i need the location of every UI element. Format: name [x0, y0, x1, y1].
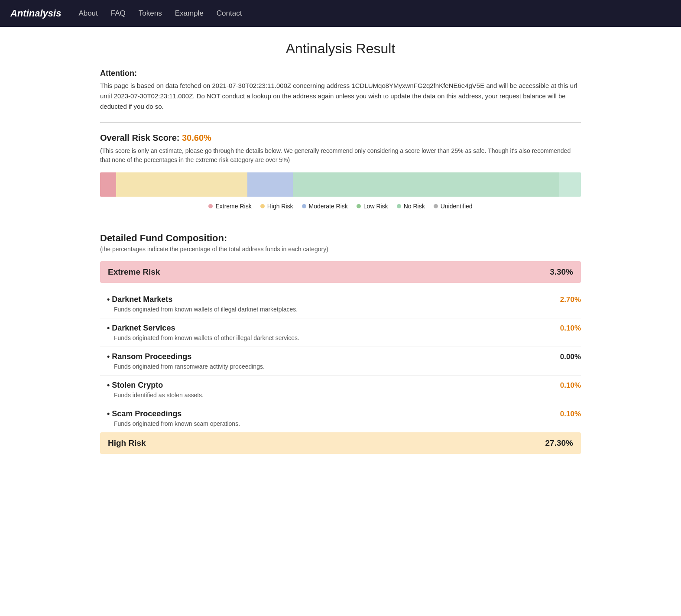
- risk-score-value: 30.60%: [182, 133, 211, 143]
- nav-links: About FAQ Tokens Example Contact: [78, 9, 242, 18]
- legend-item-low-risk: Low Risk: [357, 203, 388, 210]
- category-header-extreme-risk: Extreme Risk3.30%: [100, 261, 581, 283]
- sub-item-desc: Funds identified as stolen assets.: [114, 392, 581, 399]
- risk-bar: [100, 172, 581, 197]
- sub-item-pct: 0.00%: [560, 353, 581, 361]
- categories-container: Extreme Risk3.30% Darknet Markets 2.70% …: [100, 261, 581, 454]
- legend-item-no-risk: No Risk: [397, 203, 425, 210]
- legend-label: No Risk: [404, 203, 425, 210]
- category-header-high-risk: High Risk27.30%: [100, 432, 581, 454]
- legend-item-unidentified: Unidentified: [434, 203, 473, 210]
- bar-segment-no-risk: [293, 172, 559, 197]
- sub-item-name: Stolen Crypto: [107, 381, 163, 390]
- legend-item-high-risk: High Risk: [260, 203, 293, 210]
- bar-segment-moderate-risk: [247, 172, 293, 197]
- legend-label: Low Risk: [363, 203, 388, 210]
- sub-item-scam-proceedings: Scam Proceedings 0.10% Funds originated …: [100, 404, 581, 432]
- sub-item-header: Darknet Services 0.10%: [107, 324, 581, 333]
- detailed-subtitle: (the percentages indicate the percentage…: [100, 246, 581, 253]
- sub-item-pct: 2.70%: [560, 295, 581, 304]
- legend-label: Unidentified: [441, 203, 473, 210]
- attention-label: Attention:: [100, 69, 581, 78]
- legend-item-moderate-risk: Moderate Risk: [302, 203, 348, 210]
- sub-item-desc: Funds originated from known wallets of i…: [114, 306, 581, 313]
- category-name: High Risk: [108, 438, 146, 448]
- nav-faq[interactable]: FAQ: [111, 9, 126, 17]
- category-name: Extreme Risk: [108, 267, 160, 277]
- bar-segment-unidentified: [559, 172, 581, 197]
- sub-item-pct: 0.10%: [560, 324, 581, 333]
- site-logo[interactable]: Antinalysis: [10, 8, 61, 19]
- sub-item-name: Scam Proceedings: [107, 409, 182, 418]
- risk-note: (This score is only an estimate, please …: [100, 146, 581, 165]
- sub-item-name: Darknet Markets: [107, 295, 172, 304]
- sub-item-pct: 0.10%: [560, 381, 581, 390]
- navbar: Antinalysis About FAQ Tokens Example Con…: [0, 0, 681, 27]
- legend-dot: [260, 204, 265, 208]
- risk-score-label: Overall Risk Score:: [100, 133, 182, 143]
- nav-about[interactable]: About: [78, 9, 97, 17]
- divider-2: [100, 222, 581, 222]
- nav-example[interactable]: Example: [175, 9, 204, 17]
- nav-contact[interactable]: Contact: [217, 9, 242, 17]
- sub-item-header: Darknet Markets 2.70%: [107, 295, 581, 304]
- legend-dot: [208, 204, 213, 208]
- legend-dot: [302, 204, 306, 208]
- bar-segment-extreme-risk: [100, 172, 116, 197]
- sub-item-desc: Funds originated from known scam operati…: [114, 420, 581, 427]
- bar-segment-high-risk: [116, 172, 247, 197]
- sub-item-stolen-crypto: Stolen Crypto 0.10% Funds identified as …: [100, 376, 581, 404]
- legend-dot: [397, 204, 401, 208]
- nav-tokens[interactable]: Tokens: [139, 9, 162, 17]
- sub-item-header: Stolen Crypto 0.10%: [107, 381, 581, 390]
- sub-item-pct: 0.10%: [560, 410, 581, 418]
- sub-item-header: Ransom Proceedings 0.00%: [107, 352, 581, 361]
- page-title: Antinalysis Result: [100, 41, 581, 57]
- legend-label: Extreme Risk: [215, 203, 251, 210]
- sub-item-desc: Funds originated from known wallets of o…: [114, 334, 581, 341]
- legend-dot: [357, 204, 361, 208]
- legend-label: Moderate Risk: [309, 203, 348, 210]
- category-items: Darknet Markets 2.70% Funds originated f…: [100, 290, 581, 432]
- category-pct: 27.30%: [545, 438, 573, 448]
- risk-score-line: Overall Risk Score: 30.60%: [100, 133, 581, 143]
- detailed-title: Detailed Fund Composition:: [100, 233, 581, 244]
- legend-label: High Risk: [267, 203, 293, 210]
- sub-item-ransom-proceedings: Ransom Proceedings 0.00% Funds originate…: [100, 347, 581, 376]
- legend-item-extreme-risk: Extreme Risk: [208, 203, 251, 210]
- sub-item-desc: Funds originated from ransomware activit…: [114, 363, 581, 370]
- divider-1: [100, 122, 581, 123]
- sub-item-name: Ransom Proceedings: [107, 352, 191, 361]
- sub-item-darknet-markets: Darknet Markets 2.70% Funds originated f…: [100, 290, 581, 318]
- sub-item-name: Darknet Services: [107, 324, 175, 333]
- attention-block: Attention: This page is based on data fe…: [100, 69, 581, 112]
- sub-item-header: Scam Proceedings 0.10%: [107, 409, 581, 418]
- risk-legend: Extreme RiskHigh RiskModerate RiskLow Ri…: [100, 203, 581, 210]
- main-content: Antinalysis Result Attention: This page …: [91, 27, 590, 487]
- category-pct: 3.30%: [550, 267, 573, 277]
- legend-dot: [434, 204, 438, 208]
- attention-text: This page is based on data fetched on 20…: [100, 81, 581, 112]
- sub-item-darknet-services: Darknet Services 0.10% Funds originated …: [100, 318, 581, 347]
